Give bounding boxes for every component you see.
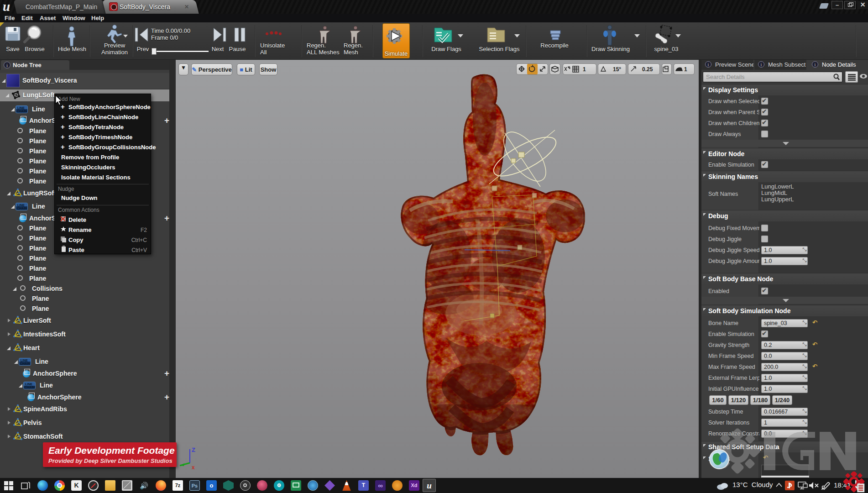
svg-text:0.25: 0.25 [642, 66, 653, 73]
svg-text:x: x [192, 464, 195, 471]
svg-text:Z: Z [192, 446, 195, 453]
svg-text:1: 1 [684, 66, 687, 73]
svg-text:1: 1 [583, 66, 586, 73]
svg-text:15°: 15° [613, 66, 621, 73]
